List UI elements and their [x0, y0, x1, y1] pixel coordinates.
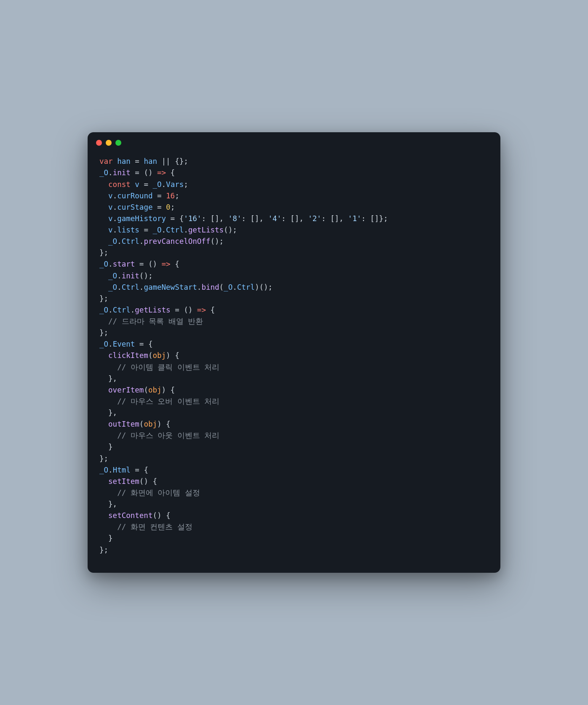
code-token	[99, 397, 117, 406]
code-token: curRound	[117, 192, 152, 200]
code-token: .	[113, 192, 118, 200]
code-token	[99, 386, 108, 394]
code-token	[99, 272, 108, 280]
code-token: : []};	[361, 214, 388, 223]
code-line: }	[99, 441, 489, 453]
code-token: lists	[117, 226, 139, 234]
code-token: gameHistory	[117, 214, 166, 223]
code-line: outItem(obj) {	[99, 419, 489, 430]
code-window: var han = han || {};_O.init = () => { co…	[88, 132, 500, 572]
code-token: setItem	[108, 477, 139, 486]
code-token: obj	[144, 420, 157, 428]
code-token: v	[135, 180, 139, 189]
code-token: Ctrl	[166, 226, 184, 234]
code-token: outItem	[108, 420, 139, 428]
code-token: bind	[201, 283, 219, 291]
code-token	[131, 180, 135, 189]
maximize-icon[interactable]	[115, 140, 121, 146]
code-token	[99, 477, 108, 486]
code-token: .	[162, 180, 166, 189]
code-line: _O.Html = {	[99, 465, 489, 476]
code-token: .	[113, 203, 118, 211]
code-token: _O	[99, 260, 108, 268]
code-token: .	[113, 226, 118, 234]
code-token: _O	[108, 272, 117, 280]
code-token: obj	[152, 351, 166, 360]
code-token: =	[139, 226, 153, 234]
code-token: };	[99, 454, 108, 463]
code-token: };	[99, 248, 108, 257]
code-token: init	[113, 168, 131, 177]
code-token: .	[197, 283, 202, 291]
code-token: curStage	[117, 203, 152, 211]
code-token: _O	[108, 237, 117, 246]
code-line: };	[99, 545, 489, 556]
code-token: .	[117, 283, 122, 291]
code-line: _O.init();	[99, 270, 489, 282]
code-token: setContent	[108, 511, 152, 520]
code-line: // 화면 컨텐츠 설정	[99, 521, 489, 533]
code-token: '8'	[228, 214, 242, 223]
code-token: =>	[162, 260, 171, 268]
code-line: },	[99, 499, 489, 510]
code-token: Ctrl	[122, 237, 139, 246]
code-token: }	[99, 534, 113, 542]
code-token: Event	[113, 340, 135, 348]
code-token: {	[171, 260, 179, 268]
code-line: setContent() {	[99, 510, 489, 521]
code-token: v	[108, 226, 113, 234]
code-token: = {	[166, 214, 184, 223]
code-line: };	[99, 247, 489, 259]
code-token	[99, 180, 108, 189]
code-line: _O.Ctrl.prevCancelOnOff();	[99, 236, 489, 247]
code-token: ();	[224, 226, 237, 234]
code-token: // 드라마 목록 배열 반환	[108, 317, 203, 326]
code-token: .	[117, 237, 122, 246]
code-line: overItem(obj) {	[99, 385, 489, 396]
code-token: _O	[99, 340, 108, 348]
code-token: };	[99, 328, 108, 337]
code-line: v.lists = _O.Ctrl.getLists();	[99, 224, 489, 236]
code-line: // 마우스 오버 이벤트 처리	[99, 396, 489, 407]
code-token: Ctrl	[237, 283, 255, 291]
code-token: },	[99, 500, 117, 508]
code-token: _O	[108, 283, 117, 291]
code-token: // 아이템 클릭 이벤트 처리	[117, 363, 219, 371]
code-token: .	[184, 226, 188, 234]
code-token: .	[108, 168, 113, 177]
code-token: = ()	[135, 260, 161, 268]
code-token	[99, 431, 117, 440]
code-token: 16	[166, 192, 175, 200]
code-token: Ctrl	[122, 283, 139, 291]
code-token: ();	[139, 272, 153, 280]
code-line: // 아이템 클릭 이벤트 처리	[99, 362, 489, 373]
code-token	[99, 283, 108, 291]
code-token	[99, 420, 108, 428]
code-token: };	[99, 294, 108, 303]
minimize-icon[interactable]	[106, 140, 112, 146]
code-token: .	[233, 283, 237, 291]
code-token: han	[117, 157, 131, 166]
code-token: .	[139, 283, 144, 291]
code-token	[99, 511, 108, 520]
code-token: getLists	[135, 306, 170, 314]
close-icon[interactable]	[96, 140, 102, 146]
code-token: : [],	[281, 214, 308, 223]
code-token: ;	[171, 203, 175, 211]
code-token	[99, 523, 117, 531]
code-token: .	[162, 226, 166, 234]
code-token: .	[139, 237, 144, 246]
code-token: (	[219, 283, 224, 291]
code-line: clickItem(obj) {	[99, 350, 489, 361]
code-token: gameNewStart	[144, 283, 197, 291]
code-token: () {	[152, 511, 170, 520]
code-token: = {	[135, 340, 152, 348]
code-token: Html	[113, 466, 131, 474]
code-token: // 화면 컨텐츠 설정	[117, 523, 192, 531]
code-token: Ctrl	[113, 306, 131, 314]
code-line: const v = _O.Vars;	[99, 179, 489, 190]
code-token: // 마우스 오버 이벤트 처리	[117, 397, 219, 406]
code-line: },	[99, 373, 489, 385]
code-token: obj	[148, 386, 162, 394]
code-line: _O.start = () => {	[99, 259, 489, 270]
